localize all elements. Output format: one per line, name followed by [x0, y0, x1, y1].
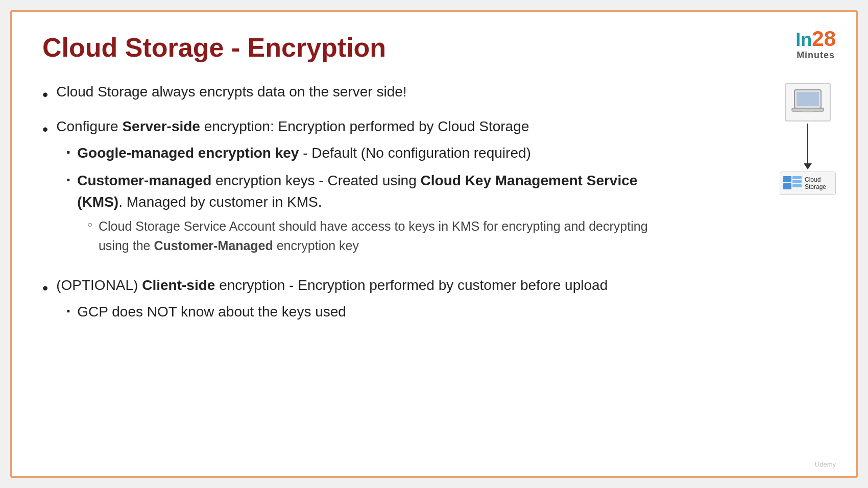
svg-rect-7: [792, 180, 802, 183]
circle-bullet: ○: [87, 218, 92, 231]
laptop-icon: [785, 83, 831, 121]
svg-rect-6: [792, 176, 802, 179]
sub-sub-item-1: ○ Cloud Storage Service Account should h…: [87, 217, 665, 255]
logo-minutes: Minutes: [795, 51, 836, 61]
logo-28: 28: [812, 27, 836, 51]
main-bullet-list: • Cloud Storage always encrypts data on …: [42, 81, 665, 329]
sub-bullet-3: ▪: [66, 303, 70, 319]
svg-rect-8: [792, 184, 802, 187]
sub-sub-text-1: Cloud Storage Service Account should hav…: [99, 217, 665, 255]
arrow-head: [804, 163, 812, 169]
watermark: Udemy: [815, 460, 836, 468]
svg-rect-5: [783, 183, 791, 189]
cloud-storage-icon: [783, 176, 802, 190]
sub-list-2: ▪ Google-managed encryption key - Defaul…: [56, 142, 665, 259]
sub-text-2: Customer-managed encryption keys - Creat…: [77, 170, 665, 259]
cloud-storage-box: Cloud Storage: [780, 172, 836, 195]
bullet3-rest: encryption - Encryption performed by cus…: [215, 277, 608, 293]
bullet2-rest: encryption: Encryption performed by Clou…: [200, 118, 529, 134]
sub-list-item-3: ▪ GCP does NOT know about the keys used: [66, 301, 665, 323]
sub-sub-list: ○ Cloud Storage Service Account should h…: [77, 217, 665, 255]
cloud-storage-label: Cloud Storage: [805, 176, 832, 190]
svg-rect-1: [797, 92, 819, 106]
arrow-down: [804, 124, 812, 169]
bullet-dot-3: •: [42, 276, 48, 300]
list-item-1: • Cloud Storage always encrypts data on …: [42, 81, 665, 107]
diagram: Cloud Storage: [780, 83, 836, 195]
bullet-dot-1: •: [42, 82, 48, 107]
sub-bullet-2: ▪: [66, 172, 70, 187]
logo-in: In: [795, 29, 812, 50]
sub-list-3: ▪ GCP does NOT know about the keys used: [56, 301, 665, 323]
svg-rect-4: [783, 176, 791, 182]
svg-rect-2: [792, 108, 824, 111]
sub-text-1: Google-managed encryption key - Default …: [77, 142, 531, 164]
bullet2-intro: Configure: [56, 118, 122, 134]
list-item-2: • Configure Server-side encryption: Encr…: [42, 116, 665, 265]
bullet-text-1: Cloud Storage always encrypts data on th…: [56, 81, 665, 103]
slide-title: Cloud Storage - Encryption: [42, 32, 826, 63]
sub-list-item-1: ▪ Google-managed encryption key - Defaul…: [66, 142, 665, 164]
list-item-3: • (OPTIONAL) Client-side encryption - En…: [42, 275, 665, 329]
arrow-line: [807, 124, 808, 163]
bullet-dot-2: •: [42, 117, 48, 141]
slide: In28 Minutes Cloud Storage - Encryption …: [10, 10, 858, 478]
content-area: • Cloud Storage always encrypts data on …: [42, 81, 665, 329]
bullet-text-3: (OPTIONAL) Client-side encryption - Encr…: [56, 275, 665, 329]
bullet3-bold: Client-side: [142, 277, 215, 293]
logo: In28 Minutes: [795, 27, 836, 61]
sub-list-item-2: ▪ Customer-managed encryption keys - Cre…: [66, 170, 665, 259]
sub-text-3: GCP does NOT know about the keys used: [77, 301, 346, 323]
laptop-svg: [791, 89, 824, 116]
sub-bullet-1: ▪: [66, 144, 70, 160]
bullet2-bold: Server-side: [122, 118, 200, 134]
bullet3-intro: (OPTIONAL): [56, 277, 142, 293]
svg-rect-3: [803, 111, 813, 112]
bullet-text-2: Configure Server-side encryption: Encryp…: [56, 116, 665, 265]
